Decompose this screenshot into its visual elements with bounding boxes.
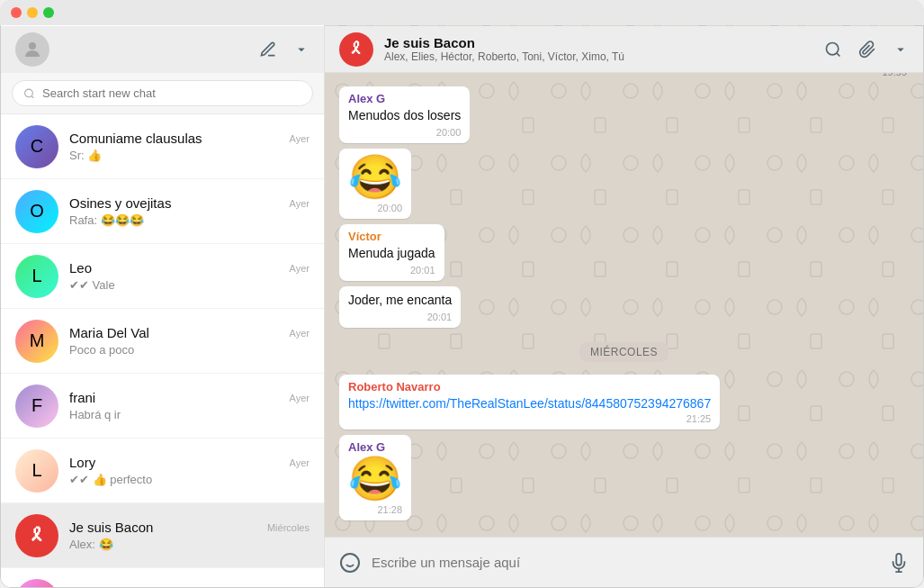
chat-list: C Comuniame clausulas Ayer Sr: 👍 O Osine… xyxy=(1,114,324,587)
message-bubble-m7: Alex G 😂 21:28 xyxy=(339,435,411,521)
messages-area: 19:59 Alex G Menudos dos losers 20:00 😂 … xyxy=(325,73,923,537)
message-bubble-m3: 😂 20:00 xyxy=(339,149,411,220)
chat-name-row: Comuniame clausulas Ayer xyxy=(69,131,309,146)
message-sender: Víctor xyxy=(348,230,435,243)
profile-avatar[interactable] xyxy=(15,32,49,67)
chat-name-frani: frani xyxy=(69,390,95,405)
chat-time-leo: Ayer xyxy=(290,263,309,274)
message-footer: 20:01 xyxy=(348,265,435,276)
chat-list-item-leo[interactable]: L Leo Ayer ✔✔ Vale xyxy=(1,244,324,309)
message-sender: Roberto Navarro xyxy=(348,380,711,394)
message-footer: 20:00 xyxy=(348,127,461,138)
chat-header-actions xyxy=(824,41,909,59)
chat-name-mariadelval: Maria Del Val xyxy=(69,325,149,340)
maximize-button[interactable] xyxy=(43,7,54,18)
svg-point-6 xyxy=(341,554,359,572)
message-footer: 20:00 xyxy=(348,203,402,213)
minimize-button[interactable] xyxy=(27,7,38,18)
chat-time-osines: Ayer xyxy=(290,198,309,209)
more-options-button[interactable] xyxy=(893,41,909,58)
chat-info-osines: Osines y ovejitas Ayer Rafa: 😂😂😂 xyxy=(69,195,309,227)
chat-header: 🎗 Je suis Bacon Alex, Elies, Héctor, Rob… xyxy=(325,26,923,73)
message-timestamp: 20:01 xyxy=(410,265,435,276)
message-link[interactable]: https://twitter.com/TheRealStanLee/statu… xyxy=(348,396,711,411)
svg-point-1 xyxy=(25,89,33,97)
search-chat-button[interactable] xyxy=(824,41,842,59)
message-bubble-m6: Roberto Navarro https://twitter.com/TheR… xyxy=(339,375,720,430)
chat-time-mariadelval: Ayer xyxy=(290,328,309,339)
chat-avatar-comuniame: C xyxy=(15,125,58,168)
microphone-button[interactable] xyxy=(889,553,909,573)
titlebar xyxy=(0,0,924,25)
chat-name-row: Osines y ovejitas Ayer xyxy=(69,195,309,211)
chat-avatar-lory: L xyxy=(15,449,58,493)
message-input[interactable] xyxy=(372,555,878,570)
message-timestamp: 21:28 xyxy=(377,504,402,515)
close-button[interactable] xyxy=(11,7,22,18)
menu-dropdown-button[interactable] xyxy=(293,41,309,58)
attach-button[interactable] xyxy=(858,41,876,59)
message-time-m1: 19:59 xyxy=(339,73,909,77)
message-sender: Alex G xyxy=(348,92,461,105)
chat-list-item-lory[interactable]: L Lory Ayer ✔✔ 👍 perfecto xyxy=(1,439,324,503)
chat-avatar-frani: F xyxy=(15,384,58,428)
chat-avatar-mariadelval: M xyxy=(15,320,58,363)
chat-info-leo: Leo Ayer ✔✔ Vale xyxy=(69,260,309,292)
message-bubble-m5: Joder, me encanta 20:01 xyxy=(339,286,461,328)
chat-avatar-leo: L xyxy=(15,255,58,298)
chat-list-item-mariadelval[interactable]: M Maria Del Val Ayer Poco a poco xyxy=(1,309,324,374)
day-divider-label: MIÉRCOLES xyxy=(579,342,668,362)
chat-header-members: Alex, Elies, Héctor, Roberto, Toni, Víct… xyxy=(384,50,813,63)
message-footer: 21:25 xyxy=(348,413,711,424)
sidebar: C Comuniame clausulas Ayer Sr: 👍 O Osine… xyxy=(1,1,325,587)
chat-list-item-osines[interactable]: O Osines y ovejitas Ayer Rafa: 😂😂😂 xyxy=(1,179,324,244)
chat-name-row: Maria Del Val Ayer xyxy=(69,325,309,340)
search-icon xyxy=(23,87,35,100)
chat-name-row: Big Babies ❤❤❤❤ Lunes xyxy=(69,584,309,588)
chat-name-osines: Osines y ovejitas xyxy=(69,195,171,211)
chat-preview-jesuisbacon: Alex: 😂 xyxy=(69,538,309,551)
chat-name-comuniame: Comuniame clausulas xyxy=(69,131,202,146)
message-emoji: 😂 xyxy=(348,154,402,202)
compose-button[interactable] xyxy=(259,41,277,59)
chat-name-jesuisbacon: Je suis Bacon xyxy=(69,520,153,535)
message-emoji: 😂 xyxy=(348,456,402,503)
chat-name-lory: Lory xyxy=(69,455,95,470)
emoji-button[interactable] xyxy=(339,552,361,574)
chat-name-row: Lory Ayer xyxy=(69,455,309,470)
chat-time-bigbabies: Lunes xyxy=(283,587,309,588)
chat-info-jesuisbacon: Je suis Bacon Miércoles Alex: 😂 xyxy=(69,520,309,551)
message-text: Joder, me encanta xyxy=(348,293,452,307)
chat-list-item-jesuisbacon[interactable]: 🎗 Je suis Bacon Miércoles Alex: 😂 xyxy=(1,503,324,568)
chat-avatar-osines: O xyxy=(15,190,58,233)
sidebar-header-left xyxy=(15,32,49,67)
chat-time-frani: Ayer xyxy=(290,393,309,403)
chat-time-lory: Ayer xyxy=(290,457,309,468)
chat-avatar-bigbabies: B xyxy=(15,579,58,588)
sidebar-header-icons xyxy=(259,41,309,59)
chat-preview-comuniame: Sr: 👍 xyxy=(69,149,309,162)
search-input[interactable] xyxy=(42,86,301,100)
chat-list-item-bigbabies[interactable]: B Big Babies ❤❤❤❤ Lunes Mum: Definitely … xyxy=(1,568,324,587)
app-container: C Comuniame clausulas Ayer Sr: 👍 O Osine… xyxy=(0,0,924,588)
chat-header-info: Je suis Bacon Alex, Elies, Héctor, Rober… xyxy=(384,35,813,63)
message-text: Menuda jugada xyxy=(348,246,435,260)
chat-list-item-frani[interactable]: F frani Ayer Habrá q ir xyxy=(1,374,324,439)
chat-preview-mariadelval: Poco a poco xyxy=(69,343,309,357)
search-input-wrap xyxy=(12,80,313,106)
chat-info-comuniame: Comuniame clausulas Ayer Sr: 👍 xyxy=(69,131,309,162)
sidebar-header xyxy=(1,26,324,73)
chat-time-jesuisbacon: Miércoles xyxy=(267,522,309,533)
chat-input-bar xyxy=(325,537,923,587)
message-text: Menudos dos losers xyxy=(348,108,461,122)
chat-info-bigbabies: Big Babies ❤❤❤❤ Lunes Mum: Definitely !!… xyxy=(69,584,309,588)
message-timestamp: 20:01 xyxy=(427,312,453,322)
svg-point-5 xyxy=(827,42,839,54)
chat-info-lory: Lory Ayer ✔✔ 👍 perfecto xyxy=(69,455,309,486)
search-bar xyxy=(1,73,324,114)
chat-name-row: Je suis Bacon Miércoles xyxy=(69,520,309,535)
chat-list-item-comuniame[interactable]: C Comuniame clausulas Ayer Sr: 👍 xyxy=(1,114,324,179)
chat-name-bigbabies: Big Babies ❤❤❤❤ xyxy=(69,584,184,588)
svg-point-0 xyxy=(29,42,36,50)
chat-avatar-jesuisbacon: 🎗 xyxy=(15,514,58,557)
